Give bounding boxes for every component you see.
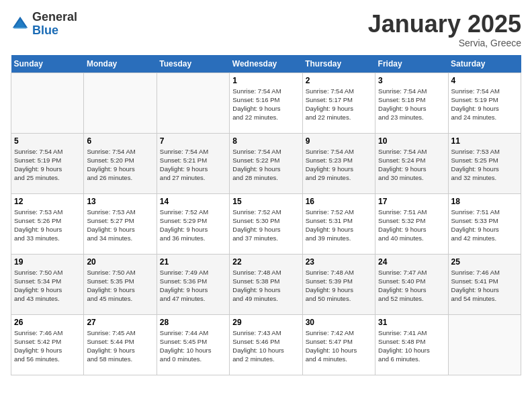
calendar-week-3: 12Sunrise: 7:53 AM Sunset: 5:26 PM Dayli… bbox=[11, 193, 521, 254]
calendar-cell: 14Sunrise: 7:52 AM Sunset: 5:29 PM Dayli… bbox=[157, 193, 229, 254]
calendar-cell: 3Sunrise: 7:54 AM Sunset: 5:18 PM Daylig… bbox=[375, 73, 448, 133]
day-info: Sunrise: 7:41 AM Sunset: 5:48 PM Dayligh… bbox=[378, 328, 445, 364]
calendar-cell: 11Sunrise: 7:53 AM Sunset: 5:25 PM Dayli… bbox=[448, 133, 521, 193]
calendar-week-1: 1Sunrise: 7:54 AM Sunset: 5:16 PM Daylig… bbox=[11, 73, 521, 133]
calendar-cell: 23Sunrise: 7:48 AM Sunset: 5:39 PM Dayli… bbox=[302, 254, 375, 314]
calendar-subtitle: Servia, Greece bbox=[368, 38, 521, 48]
day-number: 4 bbox=[451, 76, 518, 85]
calendar-cell: 21Sunrise: 7:49 AM Sunset: 5:36 PM Dayli… bbox=[157, 254, 229, 314]
logo-icon bbox=[11, 15, 30, 34]
calendar-cell: 29Sunrise: 7:43 AM Sunset: 5:46 PM Dayli… bbox=[230, 314, 302, 375]
day-number: 12 bbox=[14, 197, 81, 206]
day-info: Sunrise: 7:50 AM Sunset: 5:35 PM Dayligh… bbox=[87, 268, 153, 304]
calendar-cell: 17Sunrise: 7:51 AM Sunset: 5:32 PM Dayli… bbox=[375, 193, 448, 254]
logo-blue-text: Blue bbox=[32, 24, 77, 38]
calendar-cell: 7Sunrise: 7:54 AM Sunset: 5:21 PM Daylig… bbox=[157, 133, 229, 193]
calendar-cell bbox=[11, 73, 84, 133]
calendar-cell: 5Sunrise: 7:54 AM Sunset: 5:19 PM Daylig… bbox=[11, 133, 84, 193]
day-number: 3 bbox=[378, 76, 445, 85]
calendar-cell: 13Sunrise: 7:53 AM Sunset: 5:27 PM Dayli… bbox=[84, 193, 157, 254]
weekday-header-wednesday: Wednesday bbox=[230, 55, 302, 73]
day-info: Sunrise: 7:48 AM Sunset: 5:39 PM Dayligh… bbox=[306, 268, 372, 304]
calendar-cell: 1Sunrise: 7:54 AM Sunset: 5:16 PM Daylig… bbox=[230, 73, 302, 133]
calendar-cell bbox=[448, 314, 521, 375]
day-info: Sunrise: 7:54 AM Sunset: 5:24 PM Dayligh… bbox=[378, 147, 445, 183]
day-info: Sunrise: 7:54 AM Sunset: 5:17 PM Dayligh… bbox=[306, 87, 372, 122]
calendar-week-4: 19Sunrise: 7:50 AM Sunset: 5:34 PM Dayli… bbox=[11, 254, 521, 314]
day-number: 22 bbox=[232, 257, 299, 267]
day-info: Sunrise: 7:46 AM Sunset: 5:41 PM Dayligh… bbox=[451, 268, 518, 304]
calendar-cell: 10Sunrise: 7:54 AM Sunset: 5:24 PM Dayli… bbox=[375, 133, 448, 193]
logo: General Blue bbox=[11, 11, 77, 38]
calendar-cell: 15Sunrise: 7:52 AM Sunset: 5:30 PM Dayli… bbox=[230, 193, 302, 254]
day-number: 21 bbox=[160, 257, 226, 267]
weekday-header-tuesday: Tuesday bbox=[157, 55, 229, 73]
day-number: 7 bbox=[160, 136, 226, 146]
weekday-header-thursday: Thursday bbox=[302, 55, 375, 73]
calendar-cell bbox=[84, 73, 157, 133]
day-number: 16 bbox=[306, 197, 372, 206]
day-number: 18 bbox=[451, 197, 518, 206]
day-info: Sunrise: 7:47 AM Sunset: 5:40 PM Dayligh… bbox=[378, 268, 445, 304]
day-info: Sunrise: 7:54 AM Sunset: 5:23 PM Dayligh… bbox=[306, 147, 372, 183]
day-number: 1 bbox=[232, 76, 299, 85]
day-info: Sunrise: 7:52 AM Sunset: 5:30 PM Dayligh… bbox=[232, 208, 299, 243]
day-number: 6 bbox=[87, 136, 153, 146]
day-info: Sunrise: 7:54 AM Sunset: 5:19 PM Dayligh… bbox=[451, 87, 518, 122]
calendar-cell: 16Sunrise: 7:52 AM Sunset: 5:31 PM Dayli… bbox=[302, 193, 375, 254]
day-number: 14 bbox=[160, 197, 226, 206]
day-info: Sunrise: 7:54 AM Sunset: 5:18 PM Dayligh… bbox=[378, 87, 445, 122]
day-info: Sunrise: 7:54 AM Sunset: 5:22 PM Dayligh… bbox=[232, 147, 299, 183]
day-info: Sunrise: 7:51 AM Sunset: 5:33 PM Dayligh… bbox=[451, 208, 518, 243]
day-info: Sunrise: 7:50 AM Sunset: 5:34 PM Dayligh… bbox=[14, 268, 81, 304]
day-info: Sunrise: 7:53 AM Sunset: 5:26 PM Dayligh… bbox=[14, 208, 81, 243]
day-number: 9 bbox=[306, 136, 372, 146]
calendar-cell bbox=[157, 73, 229, 133]
weekday-header-sunday: Sunday bbox=[11, 55, 84, 73]
day-info: Sunrise: 7:53 AM Sunset: 5:25 PM Dayligh… bbox=[451, 147, 518, 183]
calendar-cell: 24Sunrise: 7:47 AM Sunset: 5:40 PM Dayli… bbox=[375, 254, 448, 314]
calendar-cell: 20Sunrise: 7:50 AM Sunset: 5:35 PM Dayli… bbox=[84, 254, 157, 314]
calendar-title: January 2025 bbox=[368, 11, 521, 38]
day-number: 27 bbox=[87, 318, 153, 327]
weekday-header-row: SundayMondayTuesdayWednesdayThursdayFrid… bbox=[11, 55, 521, 73]
day-info: Sunrise: 7:54 AM Sunset: 5:16 PM Dayligh… bbox=[232, 87, 299, 122]
day-number: 31 bbox=[378, 318, 445, 327]
day-number: 24 bbox=[378, 257, 445, 267]
day-info: Sunrise: 7:45 AM Sunset: 5:44 PM Dayligh… bbox=[87, 328, 153, 364]
calendar-cell: 28Sunrise: 7:44 AM Sunset: 5:45 PM Dayli… bbox=[157, 314, 229, 375]
calendar-cell: 2Sunrise: 7:54 AM Sunset: 5:17 PM Daylig… bbox=[302, 73, 375, 133]
calendar-cell: 26Sunrise: 7:46 AM Sunset: 5:42 PM Dayli… bbox=[11, 314, 84, 375]
day-info: Sunrise: 7:42 AM Sunset: 5:47 PM Dayligh… bbox=[306, 328, 372, 364]
calendar-cell: 9Sunrise: 7:54 AM Sunset: 5:23 PM Daylig… bbox=[302, 133, 375, 193]
calendar-cell: 6Sunrise: 7:54 AM Sunset: 5:20 PM Daylig… bbox=[84, 133, 157, 193]
day-number: 2 bbox=[306, 76, 372, 85]
weekday-header-saturday: Saturday bbox=[448, 55, 521, 73]
logo-general-text: General bbox=[32, 11, 77, 24]
calendar-cell: 8Sunrise: 7:54 AM Sunset: 5:22 PM Daylig… bbox=[230, 133, 302, 193]
day-number: 26 bbox=[14, 318, 81, 327]
calendar-week-2: 5Sunrise: 7:54 AM Sunset: 5:19 PM Daylig… bbox=[11, 133, 521, 193]
day-number: 28 bbox=[160, 318, 226, 327]
day-info: Sunrise: 7:43 AM Sunset: 5:46 PM Dayligh… bbox=[232, 328, 299, 364]
day-number: 30 bbox=[306, 318, 372, 327]
day-info: Sunrise: 7:54 AM Sunset: 5:20 PM Dayligh… bbox=[87, 147, 153, 183]
day-number: 29 bbox=[232, 318, 299, 327]
day-number: 25 bbox=[451, 257, 518, 267]
calendar-cell: 19Sunrise: 7:50 AM Sunset: 5:34 PM Dayli… bbox=[11, 254, 84, 314]
day-info: Sunrise: 7:48 AM Sunset: 5:38 PM Dayligh… bbox=[232, 268, 299, 304]
day-number: 17 bbox=[378, 197, 445, 206]
calendar-cell: 30Sunrise: 7:42 AM Sunset: 5:47 PM Dayli… bbox=[302, 314, 375, 375]
weekday-header-monday: Monday bbox=[84, 55, 157, 73]
day-info: Sunrise: 7:52 AM Sunset: 5:31 PM Dayligh… bbox=[306, 208, 372, 243]
calendar-cell: 27Sunrise: 7:45 AM Sunset: 5:44 PM Dayli… bbox=[84, 314, 157, 375]
page-header: General Blue January 2025 Servia, Greece bbox=[11, 11, 521, 48]
calendar-cell: 18Sunrise: 7:51 AM Sunset: 5:33 PM Dayli… bbox=[448, 193, 521, 254]
calendar-cell: 4Sunrise: 7:54 AM Sunset: 5:19 PM Daylig… bbox=[448, 73, 521, 133]
day-number: 10 bbox=[378, 136, 445, 146]
day-number: 11 bbox=[451, 136, 518, 146]
calendar-cell: 31Sunrise: 7:41 AM Sunset: 5:48 PM Dayli… bbox=[375, 314, 448, 375]
calendar-cell: 22Sunrise: 7:48 AM Sunset: 5:38 PM Dayli… bbox=[230, 254, 302, 314]
calendar-table: SundayMondayTuesdayWednesdayThursdayFrid… bbox=[11, 55, 521, 375]
day-info: Sunrise: 7:46 AM Sunset: 5:42 PM Dayligh… bbox=[14, 328, 81, 364]
